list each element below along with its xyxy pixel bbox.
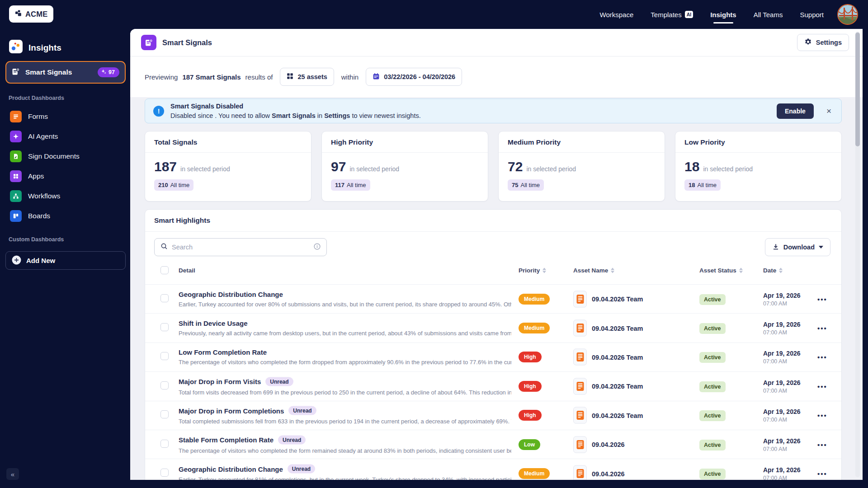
- table-row: Geographic Distribution ChangeUnreadEarl…: [145, 459, 841, 480]
- row-title-link[interactable]: Geographic Distribution Change: [179, 465, 283, 473]
- assets-filter-button[interactable]: 25 assets: [280, 68, 334, 86]
- date-cell: Apr 19, 202607:00 AM: [763, 437, 801, 452]
- column-header-priority[interactable]: Priority: [519, 267, 546, 274]
- date-range-button[interactable]: 03/22/2026 - 04/20/2026: [366, 68, 462, 86]
- stat-value-line: 97in selected period: [331, 159, 479, 174]
- stat-value: 18: [684, 159, 699, 174]
- sidebar-item-label: Forms: [28, 113, 48, 121]
- row-title-link[interactable]: Major Drop in Form Completions: [179, 407, 284, 414]
- date-cell: Apr 19, 202607:00 AM: [763, 321, 801, 336]
- sidebar-item-apps[interactable]: Apps: [5, 166, 125, 186]
- row-title-link[interactable]: Low Form Completion Rate: [179, 348, 267, 356]
- row-checkbox[interactable]: [160, 410, 169, 418]
- stat-caption: in selected period: [349, 165, 399, 173]
- nav-item-support[interactable]: Support: [800, 0, 824, 29]
- stat-card-total-signals: Total Signals187in selected period210All…: [145, 131, 311, 202]
- asset-cell[interactable]: 09.04.2026 Team: [573, 291, 643, 307]
- row-description: Previously, nearly all activity came fro…: [179, 330, 511, 337]
- row-checkbox-cell: [160, 381, 169, 391]
- kebab-menu-icon[interactable]: •••: [817, 382, 827, 390]
- all-time-value: 18: [689, 182, 695, 188]
- sidebar-item-ai-agents[interactable]: AI Agents: [5, 127, 125, 146]
- asset-cell[interactable]: 09.04.2026: [573, 465, 625, 480]
- templates-ai-badge: AI: [685, 11, 693, 18]
- close-icon[interactable]: ×: [826, 107, 831, 115]
- acme-logo[interactable]: ACME: [9, 5, 53, 23]
- nav-item-templates[interactable]: TemplatesAI: [651, 0, 693, 29]
- sidebar-item-forms[interactable]: Forms: [5, 107, 125, 127]
- row-title-link[interactable]: Shift in Device Usage: [179, 319, 248, 327]
- search-input[interactable]: [172, 244, 310, 251]
- download-icon: [772, 243, 779, 252]
- sort-icon[interactable]: [542, 267, 546, 273]
- nav-item-all-teams[interactable]: All Teams: [754, 0, 783, 29]
- asset-name: 09.04.2026 Team: [592, 383, 643, 390]
- row-checkbox[interactable]: [160, 294, 169, 302]
- settings-button[interactable]: Settings: [797, 34, 849, 51]
- column-header-detail: Detail: [179, 267, 195, 274]
- status-badge: Active: [699, 469, 726, 479]
- row-title-link[interactable]: Major Drop in Form Visits: [179, 378, 261, 385]
- assets-grid-icon: [287, 73, 293, 81]
- row-description: The percentage of visitors who completed…: [179, 447, 511, 454]
- asset-cell[interactable]: 09.04.2026 Team: [573, 378, 643, 394]
- column-header-label: Priority: [519, 267, 540, 274]
- sidebar-item-workflows[interactable]: Workflows: [5, 186, 125, 206]
- sign-documents-icon: [10, 150, 22, 162]
- preview-suffix: results of: [245, 73, 273, 81]
- sidebar-item-boards[interactable]: Boards: [5, 206, 125, 226]
- nav-item-workspace[interactable]: Workspace: [600, 0, 634, 29]
- sidebar-title: Insights: [9, 40, 61, 56]
- main-panel: Smart Signals Settings Previewing 187 Sm…: [130, 29, 863, 480]
- kebab-menu-icon[interactable]: •••: [817, 353, 827, 361]
- sidebar-item-smart-signals[interactable]: Smart Signals 97: [5, 61, 126, 84]
- row-checkbox[interactable]: [160, 352, 169, 360]
- kebab-menu-icon[interactable]: •••: [817, 441, 827, 448]
- priority-cell: Medium: [519, 294, 550, 305]
- status-badge: Active: [699, 352, 726, 363]
- add-new-button[interactable]: Add New: [5, 251, 126, 270]
- sort-icon[interactable]: [739, 267, 743, 273]
- row-checkbox[interactable]: [160, 381, 169, 389]
- row-title-link[interactable]: Geographic Distribution Change: [179, 291, 283, 298]
- date-cell: Apr 19, 202607:00 AM: [763, 466, 801, 480]
- unread-badge: Unread: [265, 377, 293, 386]
- kebab-menu-icon[interactable]: •••: [817, 295, 827, 303]
- status-badge: Active: [699, 323, 726, 334]
- asset-cell[interactable]: 09.04.2026: [573, 436, 625, 453]
- row-checkbox[interactable]: [160, 323, 169, 331]
- row-checkbox[interactable]: [160, 469, 169, 477]
- enable-button[interactable]: Enable: [777, 103, 814, 119]
- kebab-menu-icon[interactable]: •••: [817, 412, 827, 419]
- form-asset-icon: [573, 378, 587, 394]
- select-all-checkbox[interactable]: [160, 266, 169, 274]
- asset-cell[interactable]: 09.04.2026 Team: [573, 349, 643, 366]
- download-button[interactable]: Download: [765, 238, 830, 256]
- alert-text: Smart Signals Disabled Disabled since . …: [170, 102, 421, 120]
- priority-badge: High: [519, 410, 542, 421]
- collapse-sidebar-button[interactable]: «: [6, 468, 19, 480]
- column-header-asset-status[interactable]: Asset Status: [699, 267, 743, 274]
- sidebar-item-sign-documents[interactable]: Sign Documents: [5, 146, 125, 166]
- sidebar-item-label: AI Agents: [28, 132, 58, 141]
- detail-cell: Major Drop in Form VisitsUnreadTotal for…: [179, 377, 511, 395]
- asset-cell[interactable]: 09.04.2026 Team: [573, 407, 643, 424]
- user-avatar[interactable]: [837, 4, 858, 25]
- column-header-date[interactable]: Date: [763, 267, 783, 274]
- scrollbar-thumb[interactable]: [855, 33, 860, 146]
- kebab-menu-icon[interactable]: •••: [817, 470, 827, 478]
- kebab-menu-icon[interactable]: •••: [817, 324, 827, 332]
- row-checkbox[interactable]: [160, 440, 169, 448]
- column-header-asset-name[interactable]: Asset Name: [573, 267, 614, 274]
- status-cell: Active: [699, 295, 726, 303]
- all-time-label: All time: [347, 182, 366, 188]
- nav-item-insights[interactable]: Insights: [710, 0, 736, 29]
- stat-caption: in selected period: [703, 165, 753, 173]
- priority-badge: Low: [519, 439, 540, 450]
- asset-cell[interactable]: 09.04.2026 Team: [573, 320, 643, 337]
- sort-icon[interactable]: [779, 267, 783, 273]
- sort-icon[interactable]: [611, 267, 614, 273]
- row-title-link[interactable]: Stable Form Completion Rate: [179, 436, 274, 444]
- all-time-badge: 117All time: [331, 179, 370, 191]
- date-value: Apr 19, 2026: [763, 466, 801, 474]
